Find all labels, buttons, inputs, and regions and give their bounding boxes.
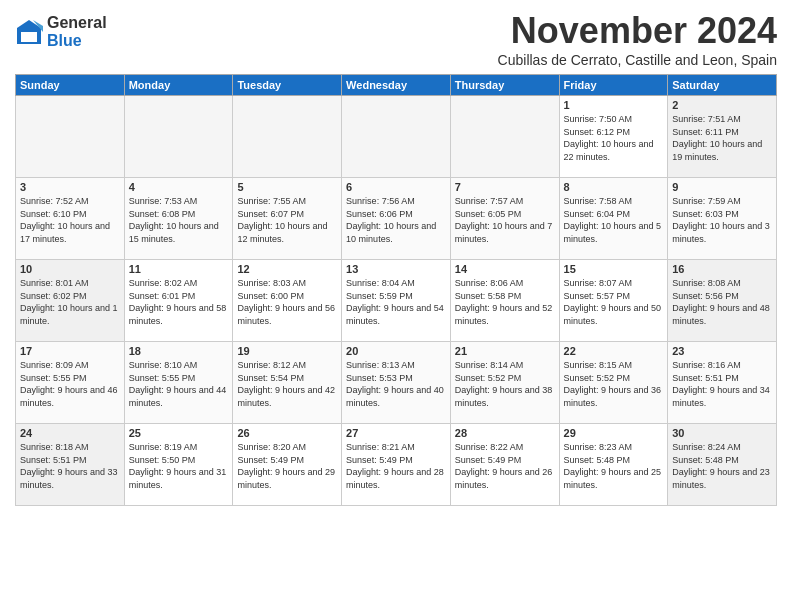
day-info: Sunrise: 7:53 AM Sunset: 6:08 PM Dayligh… xyxy=(129,195,229,245)
day-number: 3 xyxy=(20,181,120,193)
day-cell xyxy=(124,96,233,178)
day-info: Sunrise: 7:58 AM Sunset: 6:04 PM Dayligh… xyxy=(564,195,664,245)
day-cell: 11Sunrise: 8:02 AM Sunset: 6:01 PM Dayli… xyxy=(124,260,233,342)
day-info: Sunrise: 8:18 AM Sunset: 5:51 PM Dayligh… xyxy=(20,441,120,491)
day-cell: 26Sunrise: 8:20 AM Sunset: 5:49 PM Dayli… xyxy=(233,424,342,506)
day-cell: 20Sunrise: 8:13 AM Sunset: 5:53 PM Dayli… xyxy=(342,342,451,424)
day-cell: 27Sunrise: 8:21 AM Sunset: 5:49 PM Dayli… xyxy=(342,424,451,506)
day-cell: 15Sunrise: 8:07 AM Sunset: 5:57 PM Dayli… xyxy=(559,260,668,342)
day-cell: 29Sunrise: 8:23 AM Sunset: 5:48 PM Dayli… xyxy=(559,424,668,506)
day-cell: 7Sunrise: 7:57 AM Sunset: 6:05 PM Daylig… xyxy=(450,178,559,260)
day-cell: 22Sunrise: 8:15 AM Sunset: 5:52 PM Dayli… xyxy=(559,342,668,424)
day-number: 24 xyxy=(20,427,120,439)
month-title: November 2024 xyxy=(498,10,777,52)
day-number: 15 xyxy=(564,263,664,275)
day-info: Sunrise: 8:13 AM Sunset: 5:53 PM Dayligh… xyxy=(346,359,446,409)
day-info: Sunrise: 8:19 AM Sunset: 5:50 PM Dayligh… xyxy=(129,441,229,491)
day-cell: 13Sunrise: 8:04 AM Sunset: 5:59 PM Dayli… xyxy=(342,260,451,342)
day-cell: 1Sunrise: 7:50 AM Sunset: 6:12 PM Daylig… xyxy=(559,96,668,178)
day-info: Sunrise: 8:06 AM Sunset: 5:58 PM Dayligh… xyxy=(455,277,555,327)
day-cell: 14Sunrise: 8:06 AM Sunset: 5:58 PM Dayli… xyxy=(450,260,559,342)
calendar-body: 1Sunrise: 7:50 AM Sunset: 6:12 PM Daylig… xyxy=(16,96,777,506)
day-number: 17 xyxy=(20,345,120,357)
col-friday: Friday xyxy=(559,75,668,96)
day-number: 11 xyxy=(129,263,229,275)
page: General Blue November 2024 Cubillas de C… xyxy=(0,0,792,612)
day-number: 23 xyxy=(672,345,772,357)
header: General Blue November 2024 Cubillas de C… xyxy=(15,10,777,68)
day-cell: 5Sunrise: 7:55 AM Sunset: 6:07 PM Daylig… xyxy=(233,178,342,260)
day-number: 26 xyxy=(237,427,337,439)
day-number: 12 xyxy=(237,263,337,275)
day-info: Sunrise: 7:56 AM Sunset: 6:06 PM Dayligh… xyxy=(346,195,446,245)
day-number: 21 xyxy=(455,345,555,357)
week-row-2: 3Sunrise: 7:52 AM Sunset: 6:10 PM Daylig… xyxy=(16,178,777,260)
day-info: Sunrise: 8:16 AM Sunset: 5:51 PM Dayligh… xyxy=(672,359,772,409)
col-sunday: Sunday xyxy=(16,75,125,96)
day-number: 1 xyxy=(564,99,664,111)
day-info: Sunrise: 8:09 AM Sunset: 5:55 PM Dayligh… xyxy=(20,359,120,409)
day-info: Sunrise: 7:50 AM Sunset: 6:12 PM Dayligh… xyxy=(564,113,664,163)
day-cell xyxy=(342,96,451,178)
day-number: 6 xyxy=(346,181,446,193)
day-info: Sunrise: 8:01 AM Sunset: 6:02 PM Dayligh… xyxy=(20,277,120,327)
day-number: 27 xyxy=(346,427,446,439)
col-tuesday: Tuesday xyxy=(233,75,342,96)
day-info: Sunrise: 8:10 AM Sunset: 5:55 PM Dayligh… xyxy=(129,359,229,409)
day-cell: 10Sunrise: 8:01 AM Sunset: 6:02 PM Dayli… xyxy=(16,260,125,342)
day-cell: 30Sunrise: 8:24 AM Sunset: 5:48 PM Dayli… xyxy=(668,424,777,506)
day-cell xyxy=(16,96,125,178)
col-wednesday: Wednesday xyxy=(342,75,451,96)
day-cell: 12Sunrise: 8:03 AM Sunset: 6:00 PM Dayli… xyxy=(233,260,342,342)
col-thursday: Thursday xyxy=(450,75,559,96)
day-info: Sunrise: 8:12 AM Sunset: 5:54 PM Dayligh… xyxy=(237,359,337,409)
day-info: Sunrise: 8:04 AM Sunset: 5:59 PM Dayligh… xyxy=(346,277,446,327)
day-info: Sunrise: 8:08 AM Sunset: 5:56 PM Dayligh… xyxy=(672,277,772,327)
day-number: 14 xyxy=(455,263,555,275)
day-cell: 18Sunrise: 8:10 AM Sunset: 5:55 PM Dayli… xyxy=(124,342,233,424)
day-cell xyxy=(233,96,342,178)
logo: General Blue xyxy=(15,14,107,50)
day-info: Sunrise: 8:02 AM Sunset: 6:01 PM Dayligh… xyxy=(129,277,229,327)
logo-text: General Blue xyxy=(47,14,107,50)
day-cell: 28Sunrise: 8:22 AM Sunset: 5:49 PM Dayli… xyxy=(450,424,559,506)
day-cell: 6Sunrise: 7:56 AM Sunset: 6:06 PM Daylig… xyxy=(342,178,451,260)
day-cell: 16Sunrise: 8:08 AM Sunset: 5:56 PM Dayli… xyxy=(668,260,777,342)
week-row-5: 24Sunrise: 8:18 AM Sunset: 5:51 PM Dayli… xyxy=(16,424,777,506)
day-info: Sunrise: 8:21 AM Sunset: 5:49 PM Dayligh… xyxy=(346,441,446,491)
subtitle: Cubillas de Cerrato, Castille and Leon, … xyxy=(498,52,777,68)
week-row-1: 1Sunrise: 7:50 AM Sunset: 6:12 PM Daylig… xyxy=(16,96,777,178)
day-number: 20 xyxy=(346,345,446,357)
day-number: 16 xyxy=(672,263,772,275)
day-number: 18 xyxy=(129,345,229,357)
day-cell: 25Sunrise: 8:19 AM Sunset: 5:50 PM Dayli… xyxy=(124,424,233,506)
day-cell xyxy=(450,96,559,178)
col-monday: Monday xyxy=(124,75,233,96)
day-number: 9 xyxy=(672,181,772,193)
day-info: Sunrise: 8:22 AM Sunset: 5:49 PM Dayligh… xyxy=(455,441,555,491)
title-block: November 2024 Cubillas de Cerrato, Casti… xyxy=(498,10,777,68)
day-number: 10 xyxy=(20,263,120,275)
day-info: Sunrise: 8:24 AM Sunset: 5:48 PM Dayligh… xyxy=(672,441,772,491)
col-saturday: Saturday xyxy=(668,75,777,96)
day-number: 19 xyxy=(237,345,337,357)
day-number: 22 xyxy=(564,345,664,357)
day-cell: 19Sunrise: 8:12 AM Sunset: 5:54 PM Dayli… xyxy=(233,342,342,424)
day-info: Sunrise: 7:57 AM Sunset: 6:05 PM Dayligh… xyxy=(455,195,555,245)
logo-icon xyxy=(15,18,43,46)
day-number: 30 xyxy=(672,427,772,439)
day-info: Sunrise: 7:51 AM Sunset: 6:11 PM Dayligh… xyxy=(672,113,772,163)
day-info: Sunrise: 8:03 AM Sunset: 6:00 PM Dayligh… xyxy=(237,277,337,327)
day-number: 8 xyxy=(564,181,664,193)
day-info: Sunrise: 8:23 AM Sunset: 5:48 PM Dayligh… xyxy=(564,441,664,491)
day-number: 29 xyxy=(564,427,664,439)
week-row-3: 10Sunrise: 8:01 AM Sunset: 6:02 PM Dayli… xyxy=(16,260,777,342)
calendar-header: Sunday Monday Tuesday Wednesday Thursday… xyxy=(16,75,777,96)
day-info: Sunrise: 7:52 AM Sunset: 6:10 PM Dayligh… xyxy=(20,195,120,245)
day-cell: 24Sunrise: 8:18 AM Sunset: 5:51 PM Dayli… xyxy=(16,424,125,506)
day-cell: 2Sunrise: 7:51 AM Sunset: 6:11 PM Daylig… xyxy=(668,96,777,178)
day-cell: 4Sunrise: 7:53 AM Sunset: 6:08 PM Daylig… xyxy=(124,178,233,260)
day-cell: 17Sunrise: 8:09 AM Sunset: 5:55 PM Dayli… xyxy=(16,342,125,424)
day-number: 13 xyxy=(346,263,446,275)
day-number: 7 xyxy=(455,181,555,193)
